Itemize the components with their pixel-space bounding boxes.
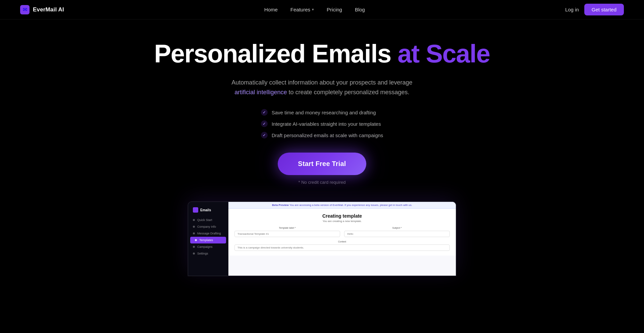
nav-blog[interactable]: Blog	[355, 7, 365, 12]
cta-wrapper: Start Free Trial * No credit card requir…	[278, 153, 366, 185]
app-screenshot-wrapper: Emails Quick Start Company Info Message …	[0, 202, 644, 276]
nav-features[interactable]: Features ▾	[290, 7, 314, 12]
nav-home[interactable]: Home	[264, 7, 278, 12]
feature-item-1: Save time and money researching and draf…	[261, 109, 376, 116]
app-content-title: Creating template	[234, 213, 450, 219]
sidebar-item-companyinfo[interactable]: Company Info	[188, 223, 228, 230]
sidebar-header: Emails	[188, 205, 228, 217]
subject-field: Subject *	[344, 227, 450, 237]
sidebar-logo-icon	[193, 207, 198, 213]
form-row-1: Template label * Subject *	[234, 227, 450, 237]
get-started-button[interactable]: Get started	[584, 4, 624, 15]
template-label-field: Template label *	[234, 227, 340, 237]
sidebar-item-templates[interactable]: Templates	[190, 237, 226, 243]
login-button[interactable]: Log in	[565, 7, 579, 12]
no-credit-card-text: * No credit card required	[299, 180, 346, 185]
sidebar-item-quickstart[interactable]: Quick Start	[188, 217, 228, 223]
sidebar-dot-companyinfo	[193, 226, 195, 228]
hero-features-list: Save time and money researching and draf…	[261, 109, 383, 138]
app-screenshot: Emails Quick Start Company Info Message …	[188, 202, 456, 276]
nav-pricing[interactable]: Pricing	[327, 7, 342, 12]
sidebar-dot-quickstart	[193, 219, 195, 221]
chevron-down-icon: ▾	[312, 7, 314, 12]
sidebar-item-campaigns[interactable]: Campaigns	[188, 243, 228, 250]
sidebar-brand: Emails	[200, 208, 211, 212]
app-content: Creating template You are creating a new…	[228, 209, 456, 256]
subject-input[interactable]	[344, 231, 450, 237]
app-sidebar: Emails Quick Start Company Info Message …	[188, 202, 228, 276]
start-free-trial-button[interactable]: Start Free Trial	[278, 153, 366, 175]
sidebar-dot-campaigns	[193, 246, 195, 248]
logo-text: EverMail AI	[33, 6, 64, 13]
nav-actions: Log in Get started	[565, 4, 624, 15]
template-label-input[interactable]	[234, 231, 340, 237]
logo-link[interactable]: ✉ EverMail AI	[20, 5, 64, 14]
logo-icon: ✉	[20, 5, 30, 14]
sidebar-item-messagedrafting[interactable]: Message Drafting	[188, 230, 228, 237]
navbar: ✉ EverMail AI Home Features ▾ Pricing Bl…	[0, 0, 644, 19]
sidebar-dot-templates	[195, 239, 197, 241]
context-field: Context	[234, 240, 450, 251]
beta-bar: Beta Preview You are accessing a beta ve…	[228, 202, 456, 209]
context-label: Context	[234, 240, 450, 243]
check-icon-3	[261, 132, 268, 138]
hero-title: Personalized Emails at Scale	[154, 40, 490, 67]
template-label-label: Template label *	[234, 227, 340, 229]
context-input[interactable]	[234, 244, 450, 251]
app-content-sub: You are creating a new template.	[234, 220, 450, 223]
sidebar-dot-messagedrafting	[193, 232, 195, 234]
feature-item-3: Draft personalized emails at scale with …	[261, 132, 383, 138]
app-main: Beta Preview You are accessing a beta ve…	[228, 202, 456, 276]
hero-subtitle: Automatically collect information about …	[228, 78, 416, 97]
nav-links: Home Features ▾ Pricing Blog	[264, 7, 365, 13]
app-inner: Emails Quick Start Company Info Message …	[188, 202, 456, 276]
subject-label: Subject *	[344, 227, 450, 229]
check-icon-2	[261, 120, 268, 127]
hero-section: Personalized Emails at Scale Automatical…	[0, 0, 644, 276]
feature-item-2: Integrate AI-variables straight into you…	[261, 120, 381, 127]
sidebar-dot-settings	[193, 253, 195, 255]
sidebar-item-settings[interactable]: Settings	[188, 250, 228, 257]
ai-link[interactable]: artificial intelligence	[234, 89, 287, 96]
check-icon-1	[261, 109, 268, 116]
